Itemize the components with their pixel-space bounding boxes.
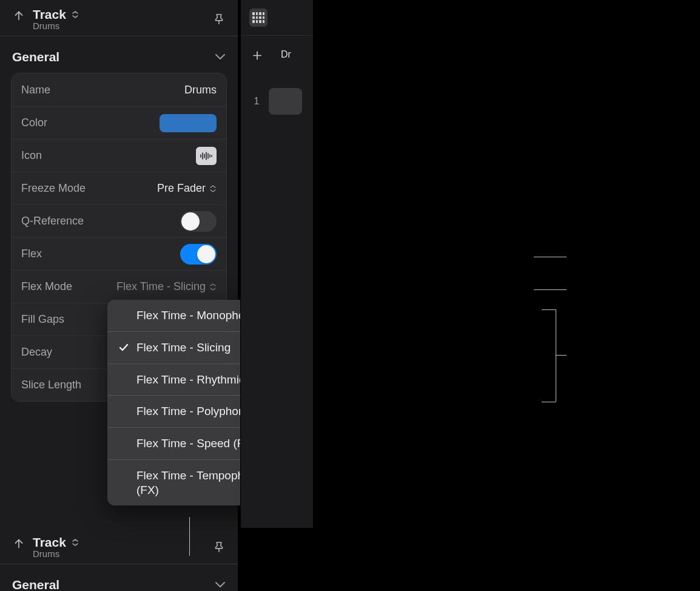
- label-freeze: Freeze Mode: [21, 182, 86, 195]
- label-name: Name: [21, 84, 50, 96]
- plus-icon[interactable]: ＋: [249, 47, 265, 62]
- toolbar-header-fragment: Dr: [281, 49, 291, 60]
- track-number: 1: [251, 96, 263, 107]
- value-freeze: Pre Fader: [157, 182, 206, 195]
- add-track-row: ＋ Dr: [241, 36, 313, 73]
- header-subtitle: Drums: [33, 21, 79, 31]
- back-arrow-icon[interactable]: [12, 536, 25, 550]
- tracks-grid-button[interactable]: [249, 8, 268, 27]
- inspector-header: Track Drums: [0, 0, 238, 36]
- callout-line: [542, 402, 556, 402]
- row-color[interactable]: Color: [12, 106, 226, 139]
- callout-line: [556, 355, 567, 356]
- callout-line: [189, 517, 190, 556]
- track-icon-box[interactable]: [196, 147, 217, 165]
- section-title: General: [12, 578, 59, 591]
- chevron-down-icon: [215, 53, 226, 61]
- label-decay: Decay: [21, 346, 52, 359]
- general-card: Name Drums Color Icon Freeze Mode Pre Fa…: [11, 73, 227, 402]
- header-title[interactable]: Track: [33, 7, 66, 22]
- select-caret-icon: [209, 283, 217, 291]
- header-left: Track Drums: [12, 535, 79, 559]
- inspector-header: Track Drums: [0, 528, 238, 564]
- waveform-icon: [200, 152, 213, 160]
- value-name[interactable]: Drums: [184, 84, 217, 96]
- label-qref: Q-Reference: [21, 215, 84, 228]
- chevron-down-icon: [215, 581, 226, 589]
- tracks-toolbar: ＋ Dr 1: [240, 0, 313, 528]
- row-name[interactable]: Name Drums: [12, 73, 226, 106]
- track-chip-body[interactable]: [269, 88, 302, 115]
- row-flex[interactable]: Flex: [12, 237, 226, 270]
- grid-icon: [252, 12, 264, 23]
- track-inspector-left: Track Drums General Name Drums Color: [0, 0, 238, 528]
- popup-sort-icon[interactable]: [71, 10, 79, 19]
- flex-toggle[interactable]: [180, 244, 217, 265]
- section-header-general[interactable]: General: [0, 36, 238, 73]
- label-flexmode: Flex Mode: [21, 280, 72, 293]
- row-q-reference[interactable]: Q-Reference: [12, 204, 226, 237]
- menu-text: Flex Time - Slicing: [136, 340, 231, 355]
- callout-line: [542, 309, 556, 310]
- value-flexmode-dim: Flex Time - Slicing: [116, 280, 206, 293]
- section-title: General: [12, 50, 59, 64]
- label-flex: Flex: [21, 248, 42, 260]
- menu-text: Flex Time - Rhythmic: [136, 373, 244, 387]
- menu-text: Flex Time - Polyphonic: [136, 404, 253, 419]
- select-caret-icon: [209, 184, 217, 193]
- label-fillgaps: Fill Gaps: [21, 313, 64, 326]
- q-reference-toggle[interactable]: [180, 211, 217, 232]
- stage: Track Drums General Name Drums Color: [0, 0, 700, 591]
- freeze-mode-select[interactable]: Pre Fader: [157, 182, 217, 195]
- row-icon[interactable]: Icon: [12, 139, 226, 172]
- track-header-chip[interactable]: 1: [246, 84, 308, 118]
- pin-icon[interactable]: [212, 541, 226, 554]
- callout-line: [556, 309, 556, 402]
- menu-text: Flex Time - Speed (FX): [136, 436, 255, 451]
- pin-icon[interactable]: [212, 13, 226, 26]
- label-slicelen: Slice Length: [21, 379, 81, 391]
- color-swatch[interactable]: [160, 114, 217, 132]
- row-flex-mode[interactable]: Flex Mode Flex Time - Slicing: [12, 270, 226, 303]
- label-icon: Icon: [21, 149, 42, 162]
- popup-sort-icon[interactable]: [71, 538, 79, 547]
- checkmark-icon: [118, 342, 129, 353]
- track-inspector-right: Track Drums General Name Drums Color: [0, 528, 238, 591]
- section-header-general[interactable]: General: [0, 564, 238, 591]
- header-title[interactable]: Track: [33, 535, 66, 550]
- flex-mode-select[interactable]: Flex Time - Slicing: [116, 280, 217, 293]
- header-subtitle: Drums: [33, 549, 79, 559]
- label-color: Color: [21, 117, 47, 129]
- callout-line: [534, 257, 567, 257]
- callout-line: [534, 289, 567, 290]
- row-freeze-mode[interactable]: Freeze Mode Pre Fader: [12, 172, 226, 204]
- header-left: Track Drums: [12, 7, 79, 31]
- back-arrow-icon[interactable]: [12, 8, 25, 22]
- toolbar-top: [241, 0, 313, 36]
